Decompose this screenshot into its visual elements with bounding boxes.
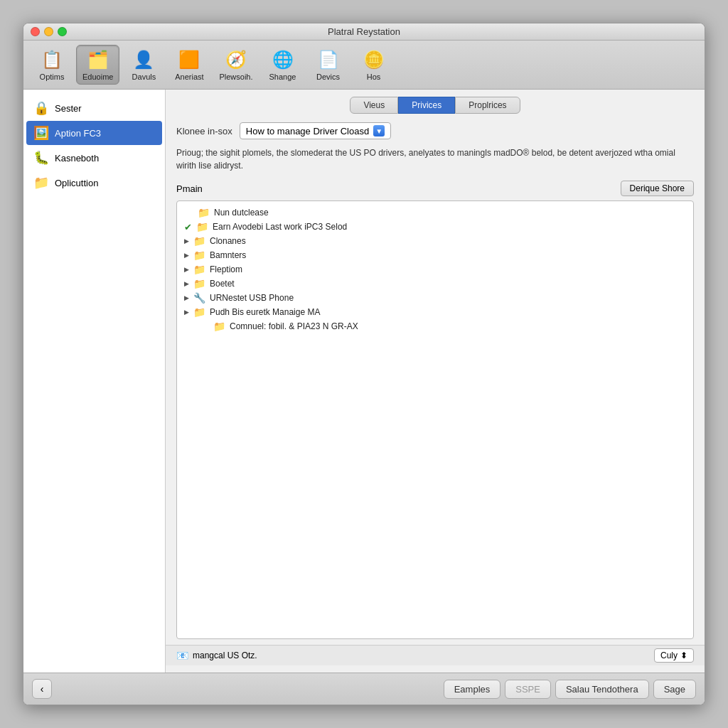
status-icon: 📧 [176, 650, 188, 661]
sidebar-label-kasneboth: Kasneboth [55, 153, 99, 164]
culy-select[interactable]: Culy ⬍ [654, 648, 694, 663]
dropdown-value: How to manage Driver Cloasd [246, 126, 369, 136]
status-left: 📧 mangcal US Otz. [176, 650, 257, 661]
sspe-button[interactable]: SSPE [505, 680, 551, 699]
expand-arrow-icon: ▶ [184, 309, 189, 316]
file-name: Earn Avodebi Last work iPC3 Selod [213, 222, 347, 232]
file-icon: 🔧 [193, 292, 205, 304]
file-icon: 📁 [193, 235, 205, 247]
file-list: 📁Nun dutclease✔📁Earn Avodebi Last work i… [176, 200, 694, 639]
titlebar: Platral Reystation [23, 23, 705, 41]
list-item[interactable]: ▶📁Clonanes [181, 234, 689, 248]
sidebar: 🔒 Sester 🖼️ Aption FC3 🐛 Kasneboth 📁 Opl… [23, 90, 166, 673]
toolbar: 📋 Optims 🗂️ Eduoime 👤 Davuls 🟧 Aneriast … [23, 41, 705, 90]
main-panel: VieusPrivicesProplrices Klonee in-sox Ho… [166, 90, 705, 673]
tab-proplrices[interactable]: Proplrices [455, 97, 520, 114]
toolbar-item-eduoime[interactable]: 🗂️ Eduoime [76, 45, 119, 85]
expand-arrow-icon: ▶ [184, 280, 189, 287]
toolbar-label-devics: Devics [316, 73, 340, 81]
sidebar-icon-oplicuttion: 📁 [33, 175, 49, 191]
dropdown-arrow-icon: ▼ [373, 125, 385, 136]
dropdown-row: Klonee in-sox How to manage Driver Cloas… [176, 122, 694, 139]
toolbar-label-aneriast: Aneriast [175, 73, 203, 81]
toolbar-label-optims: Optims [40, 73, 65, 81]
file-icon: 📁 [193, 264, 205, 275]
file-icon: 📁 [193, 306, 205, 318]
back-button[interactable]: ‹ [32, 679, 52, 699]
sidebar-item-aption-fc3[interactable]: 🖼️ Aption FC3 [26, 121, 162, 145]
toolbar-label-hos: Hos [367, 73, 381, 81]
toolbar-icon-devics: 📄 [317, 48, 340, 71]
file-icon: 📁 [193, 278, 205, 289]
file-icon: 📁 [193, 250, 205, 261]
back-icon: ‹ [41, 683, 44, 695]
sidebar-icon-sester: 🔒 [33, 100, 49, 116]
description-text: Prioug; the sighit plomels, the slomeder… [176, 146, 694, 172]
toolbar-label-davuls: Davuls [132, 73, 156, 81]
expand-arrow-icon: ▶ [184, 237, 189, 245]
content-area: 🔒 Sester 🖼️ Aption FC3 🐛 Kasneboth 📁 Opl… [23, 90, 705, 673]
toolbar-label-shange: Shange [269, 73, 296, 81]
sidebar-icon-kasneboth: 🐛 [33, 150, 49, 166]
sidebar-label-oplicuttion: Oplicuttion [55, 178, 98, 188]
file-name: Bamnters [210, 250, 246, 260]
culy-value: Culy [660, 651, 678, 660]
list-item[interactable]: ▶📁Bamnters [181, 248, 689, 262]
expand-arrow-icon: ▶ [184, 252, 189, 259]
toolbar-item-hos[interactable]: 🪙 Hos [353, 46, 395, 84]
toolbar-icon-aneriast: 🟧 [178, 48, 200, 71]
sidebar-item-oplicuttion[interactable]: 📁 Oplicuttion [26, 171, 162, 195]
list-item[interactable]: ▶📁Boetet [181, 277, 689, 291]
list-item[interactable]: ▶📁Pudh Bis euretk Manaige MA [181, 305, 689, 319]
toolbar-icon-eduoime: 🗂️ [87, 48, 109, 71]
pmail-row: Pmain Derique Shore [176, 181, 694, 196]
file-icon: 📁 [198, 207, 210, 218]
derique-button[interactable]: Derique Shore [621, 181, 694, 196]
tab-vieus[interactable]: Vieus [350, 97, 398, 114]
toolbar-item-devics[interactable]: 📄 Devics [307, 46, 350, 84]
status-text: mangcal US Otz. [193, 651, 257, 660]
toolbar-label-plewsoih: Plewsoih. [219, 73, 252, 81]
toolbar-item-aneriast[interactable]: 🟧 Aneriast [168, 46, 210, 84]
main-window: Platral Reystation 📋 Optims 🗂️ Eduoime 👤… [23, 23, 705, 705]
file-name: Fleptiom [210, 264, 242, 274]
toolbar-icon-plewsoih: 🧭 [225, 48, 247, 71]
expand-arrow-icon: ▶ [184, 294, 189, 301]
sidebar-item-kasneboth[interactable]: 🐛 Kasneboth [26, 146, 162, 170]
list-item[interactable]: 📁Nun dutclease [181, 205, 689, 220]
toolbar-icon-optims: 📋 [41, 48, 63, 71]
sidebar-label-aption-fc3: Aption FC3 [55, 128, 101, 139]
window-title: Platral Reystation [328, 26, 400, 37]
file-icon: 📁 [196, 221, 208, 232]
list-item[interactable]: ✔📁Earn Avodebi Last work iPC3 Selod [181, 220, 689, 234]
eamples-button[interactable]: Eamples [444, 680, 501, 699]
window-controls [31, 27, 67, 36]
sidebar-icon-aption-fc3: 🖼️ [33, 125, 49, 141]
pmail-label: Pmain [176, 183, 203, 194]
close-button[interactable] [31, 27, 40, 36]
culy-arrow-icon: ⬍ [680, 651, 687, 660]
minimize-button[interactable] [44, 27, 53, 36]
file-name: Nun dutclease [214, 208, 269, 218]
sidebar-item-sester[interactable]: 🔒 Sester [26, 96, 162, 120]
file-name: Boetet [210, 279, 235, 289]
toolbar-icon-shange: 🌐 [272, 48, 294, 71]
toolbar-item-davuls[interactable]: 👤 Davuls [122, 46, 165, 84]
check-icon: ✔ [184, 222, 192, 232]
toolbar-item-optims[interactable]: 📋 Optims [31, 46, 73, 84]
list-item[interactable]: ▶🔧URNestet USB Phone [181, 291, 689, 305]
sage-button[interactable]: Sage [653, 680, 696, 699]
tab-privices[interactable]: Privices [398, 97, 455, 114]
list-item[interactable]: 📁Comnuel: fobil. & PIA23 N GR-AX [181, 319, 689, 333]
expand-arrow-icon: ▶ [184, 266, 189, 273]
file-name: URNestet USB Phone [210, 293, 294, 303]
sidebar-label-sester: Sester [55, 103, 82, 114]
dropdown-label: Klonee in-sox [176, 126, 232, 136]
maximize-button[interactable] [58, 27, 67, 36]
toolbar-item-plewsoih[interactable]: 🧭 Plewsoih. [213, 46, 258, 84]
dropdown-select[interactable]: How to manage Driver Cloasd ▼ [240, 122, 391, 139]
toolbar-item-shange[interactable]: 🌐 Shange [262, 46, 304, 84]
bottom-bar: ‹ Eamples SSPE Salau Tendothera Sage [23, 673, 705, 705]
salau-button[interactable]: Salau Tendothera [555, 680, 649, 699]
list-item[interactable]: ▶📁Fleptiom [181, 262, 689, 277]
